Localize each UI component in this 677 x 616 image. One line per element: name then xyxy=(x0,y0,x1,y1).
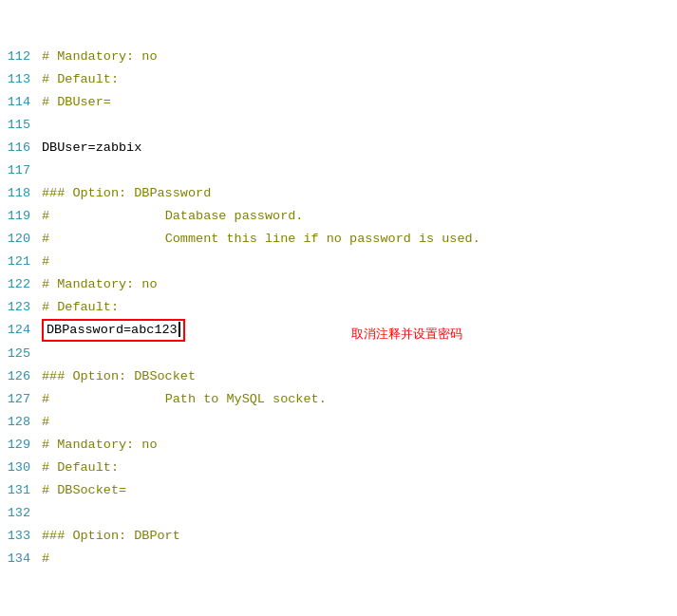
line-content: ### Option: DBPort xyxy=(42,525,673,548)
code-line: 130# Default: xyxy=(0,457,677,479)
line-number: 134 xyxy=(4,548,42,570)
code-line: 113# Default: xyxy=(0,68,677,91)
line-number: 125 xyxy=(4,343,42,365)
line-number: 122 xyxy=(4,273,42,296)
line-content: # xyxy=(42,548,673,570)
line-number: 129 xyxy=(4,434,42,457)
code-line: 126### Option: DBSocket xyxy=(0,365,677,388)
line-number: 124 xyxy=(4,319,42,342)
code-line: 117 xyxy=(0,159,677,182)
text-cursor xyxy=(179,322,180,337)
line-number: 131 xyxy=(4,479,42,502)
code-line: 116DBUser=zabbix xyxy=(0,137,677,159)
line-content: # Database password. xyxy=(42,205,673,228)
code-line: 122# Mandatory: no xyxy=(0,273,677,296)
line-number: 126 xyxy=(4,365,42,388)
line-number: 112 xyxy=(4,46,42,68)
line-content: # Mandatory: no xyxy=(42,273,673,296)
line-number: 123 xyxy=(4,296,42,319)
line-content: ### Option: DBPassword xyxy=(42,182,673,205)
highlighted-value: DBPassword=abc123 xyxy=(42,319,185,342)
line-number: 128 xyxy=(4,411,42,434)
code-line: 133### Option: DBPort xyxy=(0,525,677,548)
code-line: 112# Mandatory: no xyxy=(0,46,677,68)
code-line: 128# xyxy=(0,411,677,434)
line-content: ### Option: DBSocket xyxy=(42,365,673,388)
code-lines: 112# Mandatory: no113# Default:114# DBUs… xyxy=(0,0,677,570)
line-number: 119 xyxy=(4,205,42,228)
line-number: 121 xyxy=(4,251,42,273)
code-line: 114# DBUser= xyxy=(0,91,677,114)
line-content: # Comment this line if no password is us… xyxy=(42,228,673,251)
line-number: 120 xyxy=(4,228,42,251)
code-line: 115 xyxy=(0,114,677,137)
code-line: 120# Comment this line if no password is… xyxy=(0,228,677,251)
code-line: 129# Mandatory: no xyxy=(0,434,677,457)
line-number: 133 xyxy=(4,525,42,548)
line-content: # Default: xyxy=(42,296,673,319)
code-line: 124DBPassword=abc123取消注释并设置密码 xyxy=(0,319,677,343)
code-line: 118### Option: DBPassword xyxy=(0,182,677,205)
line-content: # Mandatory: no xyxy=(42,434,673,457)
line-content: # xyxy=(42,411,673,434)
line-content: # Mandatory: no xyxy=(42,46,673,68)
line-content: # DBSocket= xyxy=(42,479,673,502)
code-editor: 112# Mandatory: no113# Default:114# DBUs… xyxy=(0,0,677,616)
line-number: 114 xyxy=(4,91,42,114)
line-number: 116 xyxy=(4,137,42,159)
code-line: 125 xyxy=(0,343,677,365)
code-line: 131# DBSocket= xyxy=(0,479,677,502)
code-line: 121# xyxy=(0,251,677,273)
line-number: 113 xyxy=(4,68,42,91)
line-content: # xyxy=(42,251,673,273)
line-number: 127 xyxy=(4,388,42,411)
line-content: # DBUser= xyxy=(42,91,673,114)
code-line: 123# Default: xyxy=(0,296,677,319)
line-number: 115 xyxy=(4,114,42,137)
line-content: # Default: xyxy=(42,457,673,479)
code-line: 134# xyxy=(0,548,677,570)
code-line: 119# Database password. xyxy=(0,205,677,228)
code-line: 132 xyxy=(0,502,677,525)
line-content: # Path to MySQL socket. xyxy=(42,388,673,411)
line-number: 118 xyxy=(4,182,42,205)
line-content: DBUser=zabbix xyxy=(42,137,673,159)
code-line: 127# Path to MySQL socket. xyxy=(0,388,677,411)
line-number: 130 xyxy=(4,457,42,479)
line-content: # Default: xyxy=(42,68,673,91)
line-number: 117 xyxy=(4,159,42,182)
line-number: 132 xyxy=(4,502,42,525)
